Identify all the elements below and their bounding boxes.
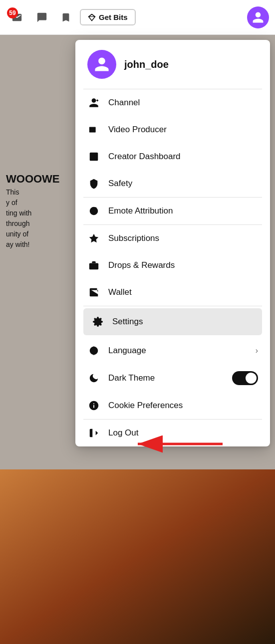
menu-item-emote-attribution[interactable]: Emote Attribution [75, 198, 270, 224]
wallet-label: Wallet [108, 287, 258, 297]
dropdown-username: john_doe [124, 59, 169, 70]
svg-marker-0 [89, 14, 95, 20]
cookie-preferences-label: Cookie Preferences [108, 401, 258, 411]
svg-line-2 [89, 14, 92, 16]
dropdown-avatar-icon [93, 56, 110, 73]
user-avatar-button[interactable] [247, 6, 269, 28]
background-text: WOOOWE This y of ting with through unity… [0, 165, 66, 256]
settings-wrapper: Settings [75, 306, 270, 337]
globe-icon [87, 344, 100, 357]
settings-label: Settings [112, 317, 254, 327]
emote-icon [87, 205, 100, 217]
logout-icon [87, 427, 100, 439]
notification-area[interactable]: 59 [6, 6, 28, 28]
get-bits-button[interactable]: Get Bits [80, 9, 136, 25]
menu-item-dark-theme[interactable]: Dark Theme [75, 364, 270, 392]
bg-large-text: WOOOWE [6, 171, 60, 187]
svg-rect-16 [89, 263, 98, 269]
person-icon [87, 96, 100, 109]
gear-icon [91, 315, 104, 328]
channel-label: Channel [108, 98, 258, 108]
menu-item-wallet[interactable]: Wallet [75, 279, 270, 306]
dropdown-user-avatar [87, 50, 116, 79]
wallet-icon [87, 286, 100, 299]
menu-item-settings[interactable]: Settings [83, 308, 262, 335]
dark-theme-toggle-track[interactable] [232, 371, 258, 385]
language-label: Language [108, 346, 248, 356]
menu-item-cookie-preferences[interactable]: Cookie Preferences [75, 392, 270, 419]
dark-theme-label: Dark Theme [108, 373, 224, 383]
menu-item-subscriptions[interactable]: Subscriptions [75, 225, 270, 252]
user-avatar-icon [252, 11, 265, 24]
video-producer-icon [87, 123, 100, 136]
dropdown-user-header: john_doe [75, 40, 270, 89]
star-icon [87, 232, 100, 245]
svg-point-12 [90, 207, 98, 215]
menu-item-safety[interactable]: Safety [75, 170, 270, 197]
messages-icon[interactable] [32, 7, 52, 27]
drops-icon [87, 259, 100, 272]
creator-dashboard-label: Creator Dashboard [108, 152, 258, 162]
user-dropdown-menu: john_doe Channel Video Producer [75, 40, 270, 446]
emote-attribution-label: Emote Attribution [108, 206, 258, 216]
menu-item-language[interactable]: Language › [75, 337, 270, 364]
diamond-icon [88, 13, 96, 21]
moon-icon [87, 372, 100, 385]
menu-item-video-producer[interactable]: Video Producer [75, 116, 270, 143]
video-producer-label: Video Producer [108, 125, 258, 135]
svg-rect-4 [89, 127, 96, 133]
menu-item-drops-rewards[interactable]: Drops & Rewards [75, 252, 270, 279]
svg-rect-19 [91, 265, 93, 266]
get-bits-label: Get Bits [99, 13, 128, 21]
svg-rect-9 [91, 157, 93, 160]
dark-theme-toggle-knob [246, 373, 257, 384]
menu-item-creator-dashboard[interactable]: Creator Dashboard [75, 143, 270, 170]
dark-theme-toggle[interactable] [232, 371, 258, 385]
info-icon [87, 399, 100, 412]
navbar: 59 Get Bits [0, 0, 275, 35]
menu-item-channel[interactable]: Channel [75, 89, 270, 116]
shield-icon [87, 177, 100, 190]
safety-label: Safety [108, 179, 258, 189]
logout-label: Log Out [108, 428, 258, 438]
svg-rect-11 [95, 154, 97, 160]
svg-line-3 [92, 14, 95, 16]
menu-item-logout[interactable]: Log Out [75, 420, 270, 446]
bg-paragraph: This y of ting with through unity of ay … [6, 187, 60, 250]
svg-marker-15 [89, 234, 98, 242]
dashboard-icon [87, 150, 100, 163]
language-arrow: › [256, 346, 258, 355]
background-image [0, 469, 275, 644]
svg-rect-20 [95, 265, 97, 266]
drops-rewards-label: Drops & Rewards [108, 260, 258, 270]
subscriptions-label: Subscriptions [108, 233, 258, 243]
bookmark-icon[interactable] [56, 7, 76, 27]
notification-count: 59 [7, 7, 18, 18]
svg-rect-10 [93, 155, 95, 159]
